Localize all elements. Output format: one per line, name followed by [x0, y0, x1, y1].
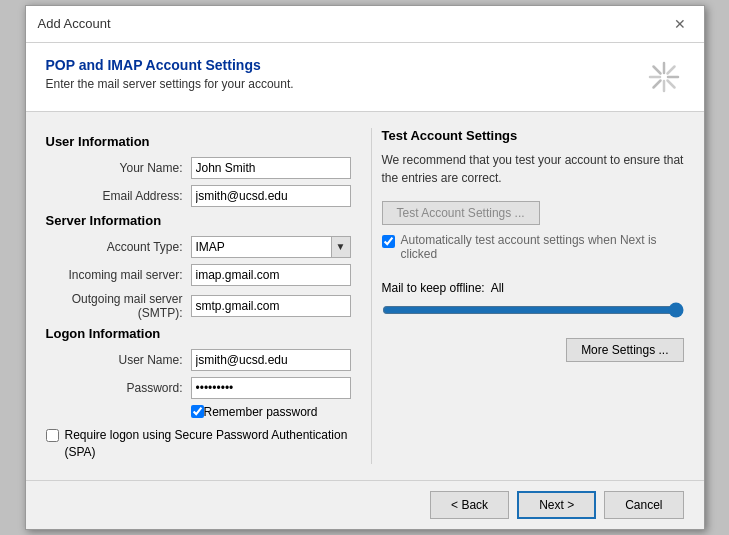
left-panel: User Information Your Name: Email Addres…	[46, 128, 351, 465]
account-type-wrapper: IMAP POP3 ▼	[191, 236, 351, 258]
header-title: POP and IMAP Account Settings	[46, 57, 294, 73]
password-label: Password:	[46, 381, 191, 395]
header-text: POP and IMAP Account Settings Enter the …	[46, 57, 294, 91]
your-name-row: Your Name:	[46, 157, 351, 179]
auto-test-label[interactable]: Automatically test account settings when…	[401, 233, 684, 261]
svg-line-4	[653, 66, 660, 73]
email-input[interactable]	[191, 185, 351, 207]
back-button[interactable]: < Back	[430, 491, 509, 519]
your-name-input[interactable]	[191, 157, 351, 179]
test-settings-title: Test Account Settings	[382, 128, 684, 143]
auto-test-row: Automatically test account settings when…	[382, 233, 684, 261]
incoming-mail-row: Incoming mail server:	[46, 264, 351, 286]
incoming-mail-label: Incoming mail server:	[46, 268, 191, 282]
title-bar: Add Account ✕	[26, 6, 704, 43]
outgoing-mail-label: Outgoing mail server (SMTP):	[46, 292, 191, 320]
svg-line-6	[667, 66, 674, 73]
username-row: User Name:	[46, 349, 351, 371]
incoming-mail-input[interactable]	[191, 264, 351, 286]
test-settings-desc: We recommend that you test your account …	[382, 151, 684, 187]
more-settings-button[interactable]: More Settings ...	[566, 338, 683, 362]
outgoing-mail-input[interactable]	[191, 295, 351, 317]
svg-line-7	[653, 80, 660, 87]
loading-icon	[644, 57, 684, 97]
outgoing-mail-row: Outgoing mail server (SMTP):	[46, 292, 351, 320]
password-input[interactable]	[191, 377, 351, 399]
user-info-title: User Information	[46, 134, 351, 149]
close-button[interactable]: ✕	[668, 14, 692, 34]
mail-offline-section: Mail to keep offline: All	[382, 281, 684, 322]
account-type-row: Account Type: IMAP POP3 ▼	[46, 236, 351, 258]
remember-row: Remember password	[191, 405, 351, 419]
header-subtitle: Enter the mail server settings for your …	[46, 77, 294, 91]
auto-test-checkbox[interactable]	[382, 235, 395, 248]
add-account-dialog: Add Account ✕ POP and IMAP Account Setti…	[25, 5, 705, 531]
server-info-title: Server Information	[46, 213, 351, 228]
footer: < Back Next > Cancel	[26, 480, 704, 529]
header-section: POP and IMAP Account Settings Enter the …	[26, 43, 704, 112]
username-input[interactable]	[191, 349, 351, 371]
account-type-select[interactable]: IMAP POP3	[191, 236, 351, 258]
spa-row: Require logon using Secure Password Auth…	[46, 427, 351, 461]
mail-offline-slider[interactable]	[382, 301, 684, 319]
mail-offline-value: All	[491, 281, 504, 295]
mail-offline-label: Mail to keep offline:	[382, 281, 485, 295]
svg-line-5	[667, 80, 674, 87]
spa-checkbox[interactable]	[46, 429, 59, 442]
your-name-label: Your Name:	[46, 161, 191, 175]
email-row: Email Address:	[46, 185, 351, 207]
remember-label[interactable]: Remember password	[204, 405, 318, 419]
remember-checkbox[interactable]	[191, 405, 204, 418]
password-row: Password:	[46, 377, 351, 399]
content-area: User Information Your Name: Email Addres…	[26, 112, 704, 481]
cancel-button[interactable]: Cancel	[604, 491, 683, 519]
email-label: Email Address:	[46, 189, 191, 203]
mail-offline-row: Mail to keep offline: All	[382, 281, 684, 295]
spinner-icon	[646, 59, 682, 95]
username-label: User Name:	[46, 353, 191, 367]
next-button[interactable]: Next >	[517, 491, 596, 519]
test-account-button[interactable]: Test Account Settings ...	[382, 201, 540, 225]
account-type-label: Account Type:	[46, 240, 191, 254]
spa-label[interactable]: Require logon using Secure Password Auth…	[65, 427, 351, 461]
logon-info-title: Logon Information	[46, 326, 351, 341]
dialog-title: Add Account	[38, 16, 111, 31]
right-panel: Test Account Settings We recommend that …	[371, 128, 684, 465]
